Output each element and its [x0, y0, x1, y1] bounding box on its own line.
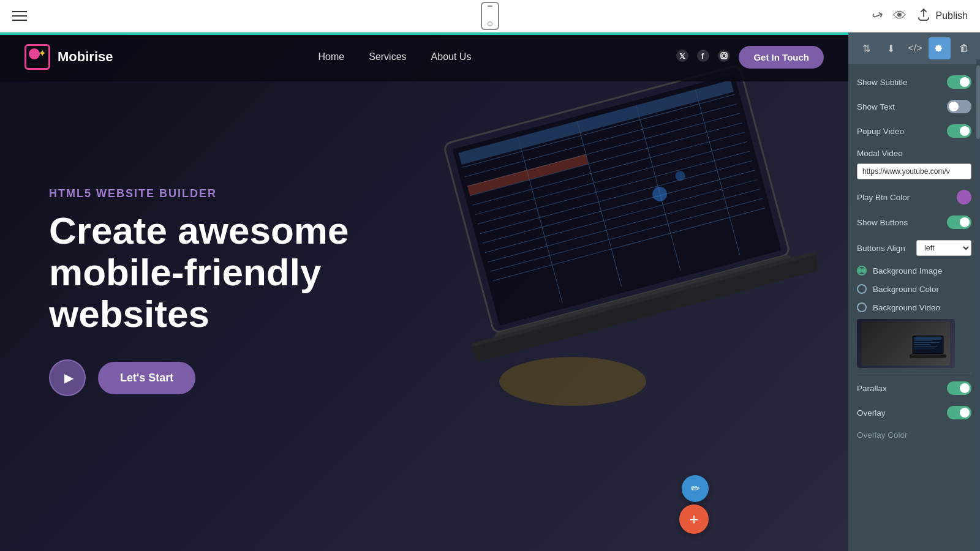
buttons-align-select[interactable]: left center right [916, 240, 971, 256]
brand-star-icon: ✦ [39, 48, 46, 58]
play-btn-color-row: Play Btn Color [848, 184, 980, 210]
preview-button[interactable]: 👁 [893, 8, 907, 24]
show-subtitle-label: Show Subtitle [857, 78, 947, 87]
svg-rect-38 [914, 340, 933, 341]
background-color-radio[interactable] [857, 284, 867, 294]
panel-download-button[interactable]: ⬇ [880, 37, 902, 59]
show-subtitle-toggle[interactable] [947, 75, 971, 89]
play-video-button[interactable]: ▶ [49, 359, 86, 396]
nav-right-area: 𝕏 f Get In Touch [676, 46, 824, 69]
play-btn-color-label: Play Btn Color [857, 193, 957, 202]
parallax-row: Parallax [848, 376, 980, 400]
panel-delete-button[interactable]: 🗑 [953, 37, 975, 59]
nav-link-about[interactable]: About Us [431, 51, 472, 62]
svg-rect-37 [914, 337, 942, 340]
toolbar-center [481, 2, 499, 30]
show-text-row: Show Text [848, 94, 980, 119]
parallax-toggle[interactable] [947, 381, 971, 395]
fab-edit-button[interactable]: ✏ [682, 475, 709, 502]
panel-scrollbar[interactable] [976, 59, 980, 551]
nav-link-home[interactable]: Home [318, 51, 345, 62]
hero-content: HTML5 WEBSITE BUILDER Create awesome mob… [49, 187, 417, 397]
toolbar-left [12, 11, 27, 21]
background-color-row[interactable]: Background Color [848, 280, 980, 298]
play-triangle-icon: ▶ [64, 370, 74, 385]
background-color-label: Background Color [873, 285, 939, 294]
fab-add-button[interactable]: + [679, 504, 709, 534]
undo-button[interactable]: ↩ [870, 7, 886, 26]
hero-section: ✦ Mobirise Home Services About Us 𝕏 [0, 32, 848, 551]
background-thumbnail[interactable] [857, 319, 955, 368]
panel-sort-button[interactable]: ⇅ [855, 37, 877, 59]
overlay-row: Overlay [848, 400, 980, 425]
brand-logo-icon: ✦ [24, 44, 50, 70]
background-video-radio[interactable] [857, 302, 867, 312]
settings-panel: ⇅ ⬇ </> 🗑 Show Subtitle Show Text Popup … [848, 32, 980, 551]
modal-video-input[interactable] [857, 163, 971, 179]
toolbar-right: ↩ 👁 Publish [872, 8, 968, 24]
cta-button[interactable]: Get In Touch [739, 46, 824, 69]
popup-video-label: Popup Video [857, 127, 947, 136]
hero-subtitle: HTML5 WEBSITE BUILDER [49, 187, 417, 200]
mobile-preview-button[interactable] [481, 2, 499, 30]
instagram-icon[interactable] [718, 50, 730, 65]
svg-text:𝕏: 𝕏 [679, 52, 685, 61]
publish-button[interactable]: Publish [916, 8, 968, 24]
nav-links: Home Services About Us [318, 51, 472, 62]
thumbnail-inner [862, 321, 950, 365]
popup-video-row: Popup Video [848, 119, 980, 143]
svg-rect-41 [914, 346, 938, 347]
nav-link-services[interactable]: Services [369, 51, 406, 62]
plus-icon: + [689, 510, 698, 529]
panel-scrollbar-thumb[interactable] [976, 66, 980, 139]
show-text-toggle[interactable] [947, 100, 971, 113]
hero-laptop-image [438, 63, 818, 418]
panel-toolbar: ⇅ ⬇ </> 🗑 [848, 32, 980, 65]
svg-rect-40 [914, 344, 930, 345]
popup-video-toggle[interactable] [947, 124, 971, 138]
site-preview: ✦ Mobirise Home Services About Us 𝕏 [0, 32, 848, 551]
lets-start-button[interactable]: Let's Start [98, 362, 195, 394]
panel-settings-button[interactable] [929, 37, 951, 59]
show-buttons-label: Show Buttons [857, 218, 947, 227]
svg-point-31 [718, 50, 730, 62]
show-buttons-row: Show Buttons [848, 210, 980, 234]
overlay-toggle[interactable] [947, 406, 971, 419]
background-image-label: Background Image [873, 266, 942, 276]
background-image-radio[interactable] [857, 266, 867, 276]
hero-title: Create awesome mobile-friendly websites [49, 210, 417, 335]
svg-text:f: f [701, 51, 704, 61]
site-navigation: ✦ Mobirise Home Services About Us 𝕏 [0, 32, 848, 81]
overlay-label: Overlay [857, 408, 947, 418]
buttons-align-row: Buttons Align left center right [848, 234, 980, 261]
teal-accent-border [0, 32, 848, 35]
play-btn-color-swatch[interactable] [957, 190, 971, 204]
overlay-color-label: Overlay Color [857, 430, 971, 440]
overlay-color-row: Overlay Color [848, 425, 980, 445]
top-toolbar: ↩ 👁 Publish [0, 0, 980, 32]
parallax-label: Parallax [857, 384, 947, 393]
show-subtitle-row: Show Subtitle [848, 70, 980, 94]
buttons-align-label: Buttons Align [857, 244, 916, 253]
show-buttons-toggle[interactable] [947, 216, 971, 229]
thumbnail-laptop-icon [910, 331, 946, 362]
hamburger-menu-button[interactable] [12, 11, 27, 21]
background-image-row[interactable]: Background Image [848, 261, 980, 280]
show-text-label: Show Text [857, 102, 947, 111]
publish-icon [916, 8, 931, 24]
svg-rect-43 [910, 354, 946, 358]
svg-point-34 [726, 53, 727, 54]
facebook-icon[interactable]: f [697, 50, 709, 65]
background-video-row[interactable]: Background Video [848, 298, 980, 317]
publish-label: Publish [936, 10, 968, 21]
divider [857, 373, 971, 373]
hero-buttons: ▶ Let's Start [49, 359, 417, 396]
twitter-icon[interactable]: 𝕏 [676, 50, 688, 65]
svg-rect-42 [914, 348, 935, 348]
svg-point-26 [499, 357, 646, 406]
svg-rect-39 [914, 342, 940, 343]
panel-scroll-area[interactable]: Show Subtitle Show Text Popup Video Moda… [848, 65, 980, 551]
modal-video-label: Modal Video [857, 149, 971, 158]
panel-code-button[interactable]: </> [904, 37, 926, 59]
modal-video-row: Modal Video [848, 143, 980, 163]
